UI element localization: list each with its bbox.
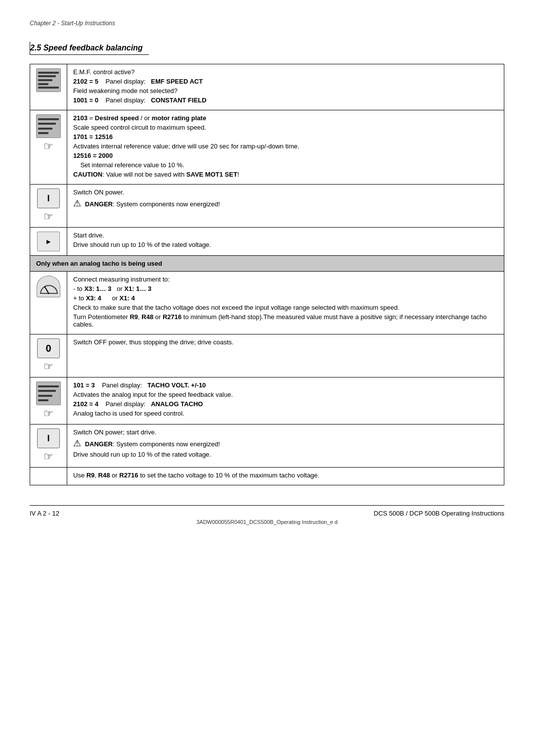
- main-content-table: E.M.F. control active? 2102 = 5 Panel di…: [30, 64, 504, 485]
- table-row: 0 ☞ Switch OFF power, thus stopping the …: [30, 334, 504, 378]
- measure-icon: [37, 276, 60, 297]
- ds-caution-text: : Value will not be saved with: [102, 171, 184, 178]
- tv-label: Panel display:: [102, 381, 142, 389]
- table-row: ☞ 2103 = Desired speed / or motor rating…: [30, 110, 504, 185]
- measure-line1: Connect measuring instrument to:: [73, 276, 498, 283]
- ds-line7: CAUTION: Value will not be saved with SA…: [73, 171, 498, 178]
- emf-content-cell: E.M.F. control active? 2102 = 5 Panel di…: [67, 64, 504, 110]
- pd-bar: [38, 83, 48, 85]
- ds-line6: Set internal reference value to 10 %.: [73, 161, 498, 169]
- emf-line1: E.M.F. control active?: [73, 68, 498, 76]
- ds-code2: 1701 = 12516: [73, 133, 113, 141]
- pd-bar: [38, 79, 52, 81]
- chapter-header: Chapter 2 - Start-Up Instructions: [30, 20, 504, 27]
- switch-on-icon-cell: I ☞: [30, 185, 67, 228]
- panel-icon-wrapper: [36, 68, 61, 92]
- measure-icon-cell: [30, 272, 67, 334]
- drive-start-cell: Start drive. Drive should run up to 10 %…: [67, 228, 504, 256]
- table-row: I ☞ Switch ON power. ⚠ DANGER: System co…: [30, 185, 504, 228]
- danger-text: : System components now energized!: [113, 200, 220, 208]
- measure-line5: Turn Potentiometer R9, R48 or R2716 to m…: [73, 313, 498, 328]
- switch-on-danger: ⚠ DANGER: System components now energize…: [73, 198, 498, 209]
- switch-off-icon-cell: 0 ☞: [30, 334, 67, 378]
- measure-plus: + to X3: 4 or X1: 4: [73, 294, 135, 302]
- drive-start-wrapper: ▶: [36, 232, 61, 251]
- switch-off-wrapper: 0 ☞: [36, 338, 61, 373]
- measure-line4: Check to make sure that the tacho voltag…: [73, 304, 498, 311]
- measure-cell: Connect measuring instrument to: - to X3…: [67, 272, 504, 334]
- pd-bar: [38, 123, 56, 125]
- switch-on2-wrapper: I ☞: [36, 428, 61, 463]
- pd-bar: [38, 132, 48, 134]
- ds-code: 2103: [73, 114, 88, 122]
- section-title: 2.5 Speed feedback balancing: [30, 44, 143, 52]
- measure-minus: - to X3: 1… 3 or X1: 1… 3: [73, 285, 151, 292]
- switch-on2-icon-cell: I ☞: [30, 425, 67, 468]
- danger2-text: : System components now energized!: [113, 440, 220, 448]
- section-title-box: 2.5 Speed feedback balancing: [30, 42, 149, 55]
- tav-line1: Use R9, R48 or R2716 to set the tacho vo…: [73, 472, 498, 479]
- tv-value: TACHO VOLT. +/-10: [147, 381, 206, 389]
- drive-start-icon: ▶: [37, 232, 60, 251]
- measure-line3: + to X3: 4 or X1: 4: [73, 294, 498, 302]
- hand-icon: ☞: [44, 140, 53, 153]
- panel-hand-wrapper: ☞: [36, 114, 61, 153]
- warning-triangle-icon: ⚠: [73, 198, 81, 209]
- table-row: I ☞ Switch ON power; start drive. ⚠ DANG…: [30, 425, 504, 468]
- switch-on2-cell: Switch ON power; start drive. ⚠ DANGER: …: [67, 425, 504, 468]
- hand-icon5: ☞: [44, 450, 53, 463]
- tv-line3: 2102 = 4 Panel display: ANALOG TACHO: [73, 400, 498, 408]
- tv-value2: ANALOG TACHO: [151, 400, 203, 408]
- emf-value: EMF SPEED ACT: [151, 78, 203, 85]
- warning-triangle2-icon: ⚠: [73, 438, 81, 449]
- so2-line3: Drive should run up to 10 % of the rated…: [73, 451, 498, 458]
- tacho-volt-icon-cell: ☞: [30, 378, 67, 425]
- tv-line4: Analog tacho is used for speed control.: [73, 410, 498, 417]
- ds-end: !: [237, 171, 239, 178]
- analog-tacho-bar: Only when an analog tacho is being used: [30, 256, 504, 272]
- switch-on-wrapper: I ☞: [36, 189, 61, 223]
- footer-right: DCS 500B / DCP 500B Operating Instructio…: [374, 510, 504, 517]
- drive-start-line1: Start drive.: [73, 232, 498, 239]
- table-row: ☞ 101 = 3 Panel display: TACHO VOLT. +/-…: [30, 378, 504, 425]
- switch-off-cell: Switch OFF power, thus stopping the driv…: [67, 334, 504, 378]
- panel-hand-icon-cell: ☞: [30, 110, 67, 185]
- emf-line4: 1001 = 0 Panel display: CONSTANT FIELD: [73, 96, 498, 104]
- tacho-volt-wrapper: ☞: [36, 381, 61, 420]
- switch-on-line1: Switch ON power.: [73, 189, 498, 196]
- ds-label: = Desired speed / or motor rating plate: [89, 114, 207, 122]
- hand-icon4: ☞: [44, 407, 53, 420]
- tv-code: 101 = 3: [73, 381, 95, 389]
- switch-on-icon: I: [37, 189, 60, 208]
- emf-line3: Field weakening mode not selected?: [73, 87, 498, 94]
- switch-on2-icon: I: [37, 428, 60, 448]
- table-row: Use R9, R48 or R2716 to set the tacho vo…: [30, 468, 504, 485]
- hand-icon3: ☞: [44, 360, 53, 373]
- ds-line3: 1701 = 12516: [73, 133, 498, 141]
- table-row: E.M.F. control active? 2102 = 5 Panel di…: [30, 64, 504, 110]
- ds-caution: CAUTION: [73, 171, 102, 178]
- ds-code3: 12516 = 2000: [73, 152, 113, 159]
- switch-on-cell: Switch ON power. ⚠ DANGER: System compon…: [67, 185, 504, 228]
- ds-save: SAVE MOT1 SET: [186, 171, 237, 178]
- emf-code: 2102 = 5: [73, 78, 98, 85]
- panel-display-icon3: [36, 381, 61, 405]
- footer: IV A 2 - 12 DCS 500B / DCP 500B Operatin…: [30, 505, 504, 517]
- doc-reference: 3ADW000055R0401_DCS500B_Operating Instru…: [30, 519, 504, 525]
- pd-bar: [38, 87, 59, 89]
- ds-line4: Activates internal reference value; driv…: [73, 142, 498, 150]
- emf-label: Panel display:: [105, 78, 145, 85]
- hand-icon2: ☞: [44, 210, 53, 223]
- drive-start-line2: Drive should run up to 10 % of the rated…: [73, 241, 498, 248]
- pd-bar: [38, 390, 56, 392]
- pd-bar: [38, 395, 52, 397]
- panel-icon-cell: [30, 64, 67, 110]
- measure-wrapper: [36, 276, 61, 297]
- table-row: ▶ Start drive. Drive should run up to 10…: [30, 228, 504, 256]
- desired-speed-cell: 2103 = Desired speed / or motor rating p…: [67, 110, 504, 185]
- tacho-volt-cell: 101 = 3 Panel display: TACHO VOLT. +/-10…: [67, 378, 504, 425]
- ds-line2: Scale speed control circuit to maximum s…: [73, 124, 498, 131]
- empty-icon-cell: [30, 468, 67, 485]
- tv-label2: Panel display:: [105, 400, 145, 408]
- ds-line5: 12516 = 2000: [73, 152, 498, 159]
